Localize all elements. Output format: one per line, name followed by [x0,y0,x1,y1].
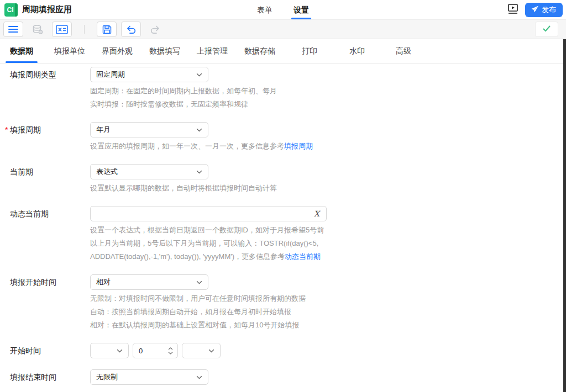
app-window: CI 周期填报应用 表单设置 发布 数据期填报单位界 [0,0,566,392]
field-label-end-time: 填报结束时间 [10,369,90,385]
form-row-period-type: 填报周期类型固定周期固定周期：在固定的时间周期内上报数据，如每年初、每月实时填报… [10,67,566,111]
help-text-period-type: 固定周期：在固定的时间周期内上报数据，如每年初、每月实时填报：随时按需修改数据，… [90,84,566,111]
field-label-start-time: 开始时间 [10,343,90,358]
menu-button[interactable] [3,22,23,37]
chevron-down-icon [196,280,202,284]
select-end-time[interactable]: 无限制 [90,369,208,385]
nav-tab-数据期[interactable]: 数据期 [10,39,33,63]
form-row-end-time: 填报结束时间无限制 [10,369,566,385]
nav-tab-高级[interactable]: 高级 [396,39,411,63]
nav-tab-界面外观[interactable]: 界面外观 [102,39,133,63]
app-logo-icon: CI [4,3,18,17]
header: CI 周期填报应用 表单设置 发布 [0,0,566,20]
chevron-down-icon [117,349,123,353]
spinner-up-icon[interactable] [168,347,173,350]
spinner-down-icon[interactable] [168,352,173,354]
datasource-icon [33,25,43,34]
logo-strip [15,3,18,17]
form-row-start-time: 开始时间0 [10,343,566,358]
form-row-report-period: *填报周期年月设置应用的填报周期，如一年一次、一月一次，更多信息参考填报周期 [10,122,566,153]
select-start-time[interactable] [90,343,129,358]
form-row-current-period: 当前期表达式设置默认显示哪期的数据，自动时将根据填报时间自动计算 [10,164,566,195]
toolbar-separator [84,25,85,34]
chevron-down-icon [208,349,214,353]
publish-button[interactable]: 发布 [525,3,563,17]
header-tab-表单[interactable]: 表单 [257,0,272,20]
nav-tab-数据填写[interactable]: 数据填写 [149,39,180,63]
number-spinner[interactable] [168,347,173,354]
header-right: 发布 [506,3,563,17]
formula-table-button[interactable] [52,22,72,37]
nav-tab-打印[interactable]: 打印 [302,39,317,63]
select-value: 表达式 [96,167,118,177]
field-label-current-period: 当前期 [10,164,90,195]
select-start-time[interactable] [182,343,221,358]
select-value: 年月 [96,125,111,135]
form-row-start-time-mode: 填报开始时间相对无限制：对填报时间不做限制，用户可在任意时间填报所有期的数据自动… [10,274,566,332]
preview-icon [507,3,519,17]
formula-table-icon [56,25,68,34]
form-row-dynamic-current-period: 动态当前期X设置一个表达式，根据当前日期返回一个数据期ID，如对于月报希望5号前… [10,206,566,263]
check-icon [542,24,551,34]
number-value: 0 [139,347,143,355]
nav-tab-填报单位[interactable]: 填报单位 [54,39,85,63]
field-label-start-time-mode: 填报开始时间 [10,274,90,332]
save-button[interactable] [97,22,117,37]
chevron-down-icon [196,73,202,77]
right-scroll-strip[interactable] [563,39,566,392]
select-period-type[interactable]: 固定周期 [90,67,208,82]
menu-icon [8,25,18,33]
formula-x-icon: X [314,209,319,218]
nav-tab-上报管理[interactable]: 上报管理 [197,39,228,63]
settings-form: 填报周期类型固定周期固定周期：在固定的时间周期内上报数据，如每年初、每月实时填报… [0,63,566,385]
select-value: 相对 [96,277,111,287]
preview-button[interactable] [506,3,520,17]
help-text-start-time-mode: 无限制：对填报时间不做限制，用户可在任意时间填报所有期的数据自动：按照当前填报周… [90,292,566,332]
expression-input[interactable]: X [90,206,327,221]
nav-tab-数据存储[interactable]: 数据存储 [244,39,275,63]
field-label-period-type: 填报周期类型 [10,67,90,111]
nav-tab-水印[interactable]: 水印 [349,39,365,63]
toolbar-buttons [3,22,170,37]
required-asterisk: * [5,122,8,137]
save-icon [102,25,112,34]
help-link-填报周期[interactable]: 填报周期 [284,142,313,150]
select-current-period[interactable]: 表达式 [90,164,208,179]
field-label-report-period: *填报周期 [10,122,90,153]
paper-plane-icon [531,5,539,15]
chevron-down-icon [196,375,202,379]
help-text-report-period: 设置应用的填报周期，如一年一次、一月一次，更多信息参考填报周期 [90,140,566,153]
select-value: 固定周期 [96,70,125,80]
toolbar [0,20,566,39]
confirm-button[interactable] [535,22,558,37]
chevron-down-icon [196,170,202,174]
help-text-current-period: 设置默认显示哪期的数据，自动时将根据填报时间自动计算 [90,182,566,195]
page-title: 周期填报应用 [22,4,72,15]
select-value: 无限制 [96,372,118,382]
help-link-动态当前期[interactable]: 动态当前期 [285,252,321,261]
select-start-time-mode[interactable]: 相对 [90,274,208,290]
redo-button [145,22,165,37]
help-text-dynamic-current-period: 设置一个表达式，根据当前日期返回一个数据期ID，如对于月报希望5号前以上月为当前… [90,224,329,263]
header-tab-设置[interactable]: 设置 [294,0,309,20]
number-input-start-time[interactable]: 0 [133,343,178,358]
redo-icon [150,25,160,34]
undo-button[interactable] [121,22,141,37]
settings-nav: 数据期填报单位界面外观数据填写上报管理数据存储打印水印高级 [0,39,566,63]
header-tabs: 表单设置 [257,0,309,20]
select-report-period[interactable]: 年月 [90,122,208,137]
undo-icon [126,25,136,34]
chevron-down-icon [196,128,202,132]
datasource-button [28,22,48,37]
field-label-dynamic-current-period: 动态当前期 [10,206,90,263]
